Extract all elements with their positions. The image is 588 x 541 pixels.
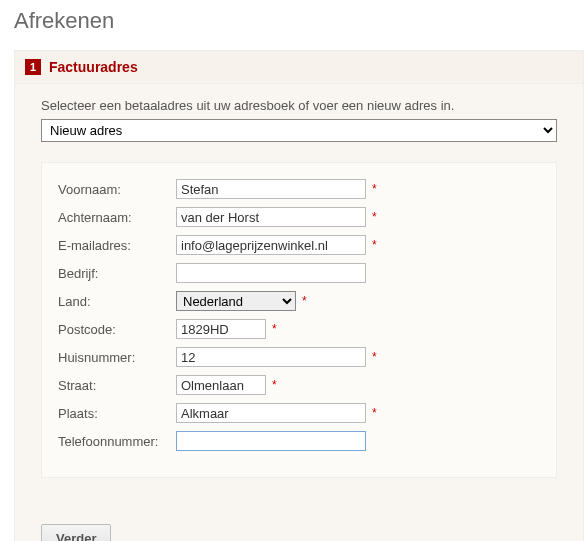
label-voornaam: Voornaam:: [58, 182, 176, 197]
input-achternaam[interactable]: [176, 207, 366, 227]
required-land: *: [302, 294, 307, 308]
required-postcode: *: [272, 322, 277, 336]
label-straat: Straat:: [58, 378, 176, 393]
label-achternaam: Achternaam:: [58, 210, 176, 225]
input-straat[interactable]: [176, 375, 266, 395]
required-voornaam: *: [372, 182, 377, 196]
step-billing-panel: 1 Factuuradres Selecteer een betaaladres…: [14, 50, 584, 541]
label-bedrijf: Bedrijf:: [58, 266, 176, 281]
step-billing-header[interactable]: 1 Factuuradres: [15, 51, 583, 84]
input-telefoon[interactable]: [176, 431, 366, 451]
input-postcode[interactable]: [176, 319, 266, 339]
step-billing-body: Selecteer een betaaladres uit uw adresbo…: [15, 84, 583, 496]
required-huisnummer: *: [372, 350, 377, 364]
input-huisnummer[interactable]: [176, 347, 366, 367]
intro-text: Selecteer een betaaladres uit uw adresbo…: [41, 98, 557, 113]
label-email: E-mailadres:: [58, 238, 176, 253]
label-plaats: Plaats:: [58, 406, 176, 421]
input-email[interactable]: [176, 235, 366, 255]
label-postcode: Postcode:: [58, 322, 176, 337]
continue-button[interactable]: Verder: [41, 524, 111, 541]
select-land[interactable]: Nederland: [176, 291, 296, 311]
label-land: Land:: [58, 294, 176, 309]
page-title: Afrekenen: [14, 8, 584, 34]
label-telefoon: Telefoonnummer:: [58, 434, 176, 449]
billing-form: Voornaam: * Achternaam: * E-mailadres: *…: [41, 162, 557, 478]
required-email: *: [372, 238, 377, 252]
input-bedrijf[interactable]: [176, 263, 366, 283]
step-title-1: Factuuradres: [49, 59, 138, 75]
required-straat: *: [272, 378, 277, 392]
required-achternaam: *: [372, 210, 377, 224]
input-voornaam[interactable]: [176, 179, 366, 199]
input-plaats[interactable]: [176, 403, 366, 423]
step-number-1: 1: [25, 59, 41, 75]
label-huisnummer: Huisnummer:: [58, 350, 176, 365]
address-select[interactable]: Nieuw adres: [41, 119, 557, 142]
required-plaats: *: [372, 406, 377, 420]
